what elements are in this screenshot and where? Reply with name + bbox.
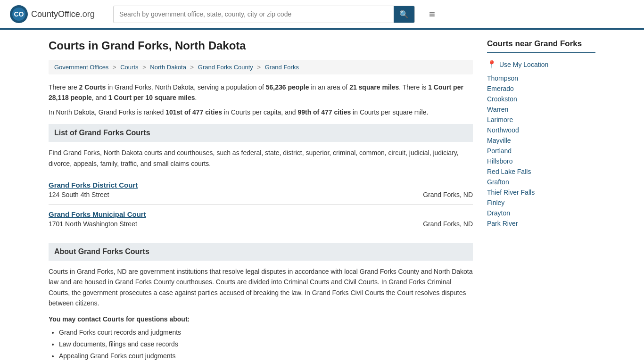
- sidebar-item-park-river: Park River: [487, 220, 595, 227]
- stats-line-1: There are 2 Courts in Grand Forks, North…: [49, 82, 473, 103]
- stat-population: 56,236 people: [266, 83, 309, 91]
- breadcrumb-link-gov-offices[interactable]: Government Offices: [54, 64, 108, 71]
- contact-item-1: Grand Forks court records and judgments: [59, 327, 473, 338]
- sidebar-item-crookston: Crookston: [487, 95, 595, 103]
- sidebar-item-drayton: Drayton: [487, 209, 595, 217]
- sidebar-item-portland: Portland: [487, 147, 595, 155]
- sidebar-item-thompson: Thompson: [487, 74, 595, 82]
- contact-list: Grand Forks court records and judgments …: [49, 327, 473, 362]
- sidebar-nearby-list: Thompson Emerado Crookston Warren Larimo…: [487, 74, 595, 227]
- list-section-heading: List of Grand Forks Courts: [49, 124, 473, 142]
- stat-rank-capita: 101st of 477 cities: [165, 108, 222, 116]
- logo-area: CO CountyOffice.org: [9, 5, 104, 24]
- court-details-district: 124 South 4th Street Grand Forks, ND: [49, 191, 473, 198]
- content-area: Courts in Grand Forks, North Dakota Gove…: [49, 39, 473, 362]
- court-details-municipal: 1701 North Washington Street Grand Forks…: [49, 220, 473, 228]
- breadcrumb-link-nd[interactable]: North Dakota: [150, 64, 186, 71]
- use-my-location-label: Use My Location: [499, 61, 548, 68]
- court-address-municipal: 1701 North Washington Street: [49, 220, 137, 228]
- sidebar: Courts near Grand Forks 📍 Use My Locatio…: [487, 39, 595, 362]
- breadcrumb-sep-4: >: [257, 64, 261, 71]
- contact-item-3: Appealing Grand Forks court judgments: [59, 350, 473, 362]
- sidebar-item-larimore: Larimore: [487, 116, 595, 123]
- sidebar-item-mayville: Mayville: [487, 137, 595, 144]
- search-icon: 🔍: [399, 10, 409, 18]
- court-entry-district: Grand Forks District Court 124 South 4th…: [49, 175, 473, 205]
- court-name-district[interactable]: Grand Forks District Court: [49, 181, 473, 189]
- courts-list: Grand Forks District Court 124 South 4th…: [49, 175, 473, 233]
- main-container: Courts in Grand Forks, North Dakota Gove…: [39, 30, 605, 362]
- location-pin-icon: 📍: [487, 60, 496, 69]
- breadcrumb-link-courts[interactable]: Courts: [120, 64, 138, 71]
- sidebar-heading: Courts near Grand Forks: [487, 39, 595, 53]
- hamburger-icon: ≡: [429, 8, 435, 20]
- court-list-description: Find Grand Forks, North Dakota courts an…: [49, 148, 473, 169]
- logo-icon: CO: [9, 5, 28, 24]
- svg-text:CO: CO: [14, 10, 24, 18]
- sidebar-item-northwood: Northwood: [487, 126, 595, 134]
- breadcrumb-sep-3: >: [190, 64, 194, 71]
- sidebar-item-thief-river-falls: Thief River Falls: [487, 189, 595, 196]
- sidebar-item-red-lake-falls: Red Lake Falls: [487, 168, 595, 175]
- sidebar-item-grafton: Grafton: [487, 178, 595, 186]
- site-header: CO CountyOffice.org 🔍 ≡: [0, 0, 644, 30]
- use-my-location-link[interactable]: 📍 Use My Location: [487, 60, 595, 69]
- about-text: Courts in Grand Forks, ND are government…: [49, 266, 473, 309]
- breadcrumb-sep: >: [113, 64, 116, 71]
- court-city-municipal: Grand Forks, ND: [423, 220, 473, 228]
- stats-section: There are 2 Courts in Grand Forks, North…: [49, 82, 473, 117]
- search-button[interactable]: 🔍: [394, 6, 414, 23]
- logo-text: CountyOffice.org: [31, 9, 95, 19]
- court-entry-municipal: Grand Forks Municipal Court 1701 North W…: [49, 205, 473, 233]
- about-section-heading: About Grand Forks Courts: [49, 243, 473, 261]
- stat-rank-sqmile: 99th of 477 cities: [297, 108, 351, 116]
- contact-item-2: Law documents, filings and case records: [59, 338, 473, 350]
- search-area: 🔍: [113, 6, 415, 23]
- breadcrumb-sep-2: >: [142, 64, 146, 71]
- stats-line-2: In North Dakota, Grand Forks is ranked 1…: [49, 107, 473, 117]
- menu-button[interactable]: ≡: [429, 8, 435, 20]
- breadcrumb-link-county[interactable]: Grand Forks County: [198, 64, 253, 71]
- contact-heading: You may contact Courts for questions abo…: [49, 315, 473, 323]
- court-address-district: 124 South 4th Street: [49, 191, 109, 198]
- court-city-district: Grand Forks, ND: [423, 191, 473, 198]
- breadcrumb-link-city[interactable]: Grand Forks: [265, 64, 299, 71]
- page-title: Courts in Grand Forks, North Dakota: [49, 39, 473, 52]
- breadcrumb: Government Offices > Courts > North Dako…: [49, 60, 473, 74]
- sidebar-item-emerado: Emerado: [487, 85, 595, 92]
- stat-per-sqmile: 1 Court per 10 square miles: [108, 94, 195, 101]
- stat-courts-count: 2 Courts: [79, 83, 106, 91]
- sidebar-item-warren: Warren: [487, 106, 595, 113]
- stat-area: 21 square miles: [349, 83, 399, 91]
- sidebar-item-hillsboro: Hillsboro: [487, 157, 595, 165]
- search-input[interactable]: [114, 7, 394, 22]
- court-name-municipal[interactable]: Grand Forks Municipal Court: [49, 210, 473, 218]
- sidebar-item-finley: Finley: [487, 199, 595, 206]
